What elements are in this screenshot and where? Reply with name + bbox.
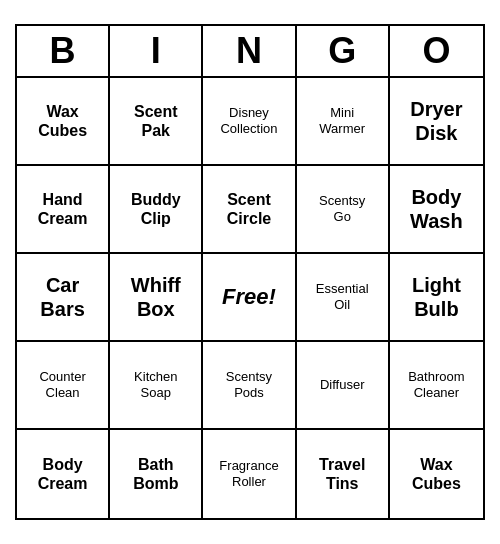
header-letter: G — [297, 26, 390, 76]
cell-text: DryerDisk — [410, 97, 462, 145]
cell-text: ScentPak — [134, 102, 178, 140]
bingo-cell: Diffuser — [297, 342, 390, 430]
cell-text: ScentsyGo — [319, 193, 365, 224]
cell-text: HandCream — [38, 190, 88, 228]
cell-text: ScentsyPods — [226, 369, 272, 400]
bingo-cell: MiniWarmer — [297, 78, 390, 166]
bingo-cell: CarBars — [17, 254, 110, 342]
cell-text: Free! — [222, 284, 276, 310]
bingo-cell: BuddyClip — [110, 166, 203, 254]
cell-text: BuddyClip — [131, 190, 181, 228]
bingo-header: BINGO — [17, 26, 483, 78]
cell-text: BodyWash — [410, 185, 463, 233]
bingo-cell: DisneyCollection — [203, 78, 296, 166]
bingo-cell: BathroomCleaner — [390, 342, 483, 430]
cell-text: FragranceRoller — [219, 458, 278, 489]
bingo-cell: WaxCubes — [390, 430, 483, 518]
cell-text: CarBars — [40, 273, 84, 321]
bingo-cell: WaxCubes — [17, 78, 110, 166]
bingo-cell: BathBomb — [110, 430, 203, 518]
bingo-cell: KitchenSoap — [110, 342, 203, 430]
bingo-cell: CounterClean — [17, 342, 110, 430]
cell-text: BathBomb — [133, 455, 178, 493]
header-letter: B — [17, 26, 110, 76]
bingo-cell: ScentCircle — [203, 166, 296, 254]
bingo-cell: EssentialOil — [297, 254, 390, 342]
cell-text: CounterClean — [39, 369, 85, 400]
bingo-cell: ScentsyGo — [297, 166, 390, 254]
bingo-cell: Free! — [203, 254, 296, 342]
bingo-cell: DryerDisk — [390, 78, 483, 166]
header-letter: N — [203, 26, 296, 76]
bingo-cell: LightBulb — [390, 254, 483, 342]
cell-text: ScentCircle — [227, 190, 271, 228]
cell-text: DisneyCollection — [220, 105, 277, 136]
bingo-cell: TravelTins — [297, 430, 390, 518]
header-letter: O — [390, 26, 483, 76]
bingo-cell: BodyCream — [17, 430, 110, 518]
bingo-cell: WhiffBox — [110, 254, 203, 342]
bingo-card: BINGO WaxCubesScentPakDisneyCollectionMi… — [15, 24, 485, 520]
header-letter: I — [110, 26, 203, 76]
cell-text: MiniWarmer — [319, 105, 365, 136]
cell-text: Diffuser — [320, 377, 365, 393]
bingo-cell: HandCream — [17, 166, 110, 254]
cell-text: LightBulb — [412, 273, 461, 321]
cell-text: BathroomCleaner — [408, 369, 464, 400]
bingo-cell: BodyWash — [390, 166, 483, 254]
bingo-cell: ScentPak — [110, 78, 203, 166]
bingo-cell: FragranceRoller — [203, 430, 296, 518]
cell-text: WhiffBox — [131, 273, 181, 321]
bingo-cell: ScentsyPods — [203, 342, 296, 430]
bingo-grid: WaxCubesScentPakDisneyCollectionMiniWarm… — [17, 78, 483, 518]
cell-text: WaxCubes — [38, 102, 87, 140]
cell-text: BodyCream — [38, 455, 88, 493]
cell-text: EssentialOil — [316, 281, 369, 312]
cell-text: TravelTins — [319, 455, 365, 493]
cell-text: KitchenSoap — [134, 369, 177, 400]
cell-text: WaxCubes — [412, 455, 461, 493]
